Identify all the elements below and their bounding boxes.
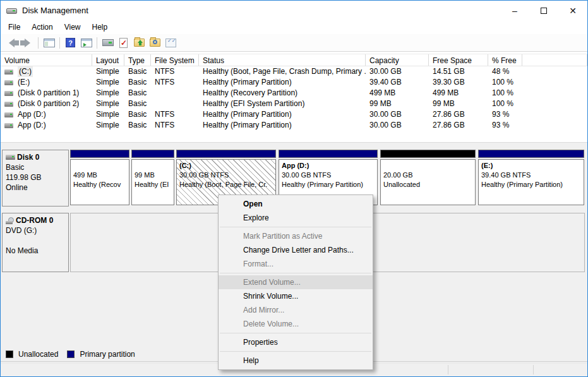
menu-item-explore[interactable]: Explore <box>219 211 373 225</box>
back-button[interactable] <box>4 35 20 50</box>
back-icon <box>9 39 15 47</box>
cell-status: Healthy (Primary Partition) <box>199 120 366 131</box>
table-row[interactable]: (C:) Simple Basic NTFS Healthy (Boot, Pa… <box>1 66 587 77</box>
column-header-volume[interactable]: Volume <box>1 54 92 66</box>
partition-title: (C:) <box>179 161 273 171</box>
cell-free-space: 39.30 GB <box>429 77 488 88</box>
column-header-free-space[interactable]: Free Space <box>429 54 488 66</box>
column-header-file-system[interactable]: File System <box>151 54 199 66</box>
partition-e[interactable]: (E:) 39.40 GB NTFS Healthy (Primary Part… <box>478 150 584 206</box>
cell-free-space: 499 MB <box>429 88 488 99</box>
minimize-button[interactable]: – <box>500 1 529 20</box>
table-row[interactable]: App (D:) Simple Basic NTFS Healthy (Prim… <box>1 120 587 131</box>
cell-layout: Simple <box>92 88 124 99</box>
checklist-icon: ✓✓ <box>165 39 176 47</box>
table-row[interactable]: (Disk 0 partition 1) Simple Basic Health… <box>1 88 587 99</box>
cell-file-system: NTFS <box>151 120 199 131</box>
console-tree-icon <box>44 39 55 47</box>
cell-status: Healthy (Boot, Page File, Crash Dump, Pr… <box>199 66 366 77</box>
menu-item-delete-volume: Delete Volume... <box>219 317 373 331</box>
device-view-button[interactable] <box>100 35 116 50</box>
partition-size: 499 MB <box>73 171 126 180</box>
statusbar-separator <box>448 365 448 374</box>
menu-help[interactable]: Help <box>87 21 114 33</box>
cdrom-icon <box>6 217 14 224</box>
disk0-size: 119.98 GB <box>6 172 65 183</box>
cell-pct-free: 100 % <box>488 77 522 88</box>
disk0-info-panel[interactable]: Disk 0 Basic 119.98 GB Online <box>2 150 69 206</box>
disk-management-window: Disk Management – ✕ File Action View Hel… <box>0 0 588 377</box>
cell-layout: Simple <box>92 77 124 88</box>
primary-partition-strip <box>478 150 584 158</box>
column-header-pct-free[interactable]: % Free <box>488 54 522 66</box>
cell-pct-free: 93 % <box>488 120 522 131</box>
partition-efi[interactable]: 99 MB Healthy (EI <box>131 150 174 206</box>
cell-capacity: 99 MB <box>366 99 429 109</box>
column-header-layout[interactable]: Layout <box>92 54 124 66</box>
volume-name: App (D:) <box>18 120 46 131</box>
cell-pct-free: 93 % <box>488 109 522 120</box>
column-header-capacity[interactable]: Capacity <box>366 54 429 66</box>
cell-capacity: 39.40 GB <box>366 77 429 88</box>
legend-primary-label: Primary partition <box>80 350 135 359</box>
close-button[interactable]: ✕ <box>558 1 587 20</box>
action-pane-button[interactable] <box>78 35 94 50</box>
table-row[interactable]: (E:) Simple Basic NTFS Healthy (Primary … <box>1 77 587 88</box>
cell-type: Basic <box>124 66 151 77</box>
volume-name: (Disk 0 partition 2) <box>18 99 79 109</box>
task-status-button[interactable] <box>116 35 131 50</box>
forward-button[interactable] <box>20 35 35 50</box>
console-tree-button[interactable] <box>41 35 57 50</box>
pane-splitter[interactable] <box>1 142 587 147</box>
action-pane-icon <box>81 39 92 47</box>
cell-capacity: 30.00 GB <box>366 66 429 77</box>
cell-file-system: NTFS <box>151 77 199 88</box>
cell-layout: Simple <box>92 120 124 131</box>
cell-layout: Simple <box>92 99 124 109</box>
caption-buttons: – ✕ <box>500 1 587 20</box>
partition-title <box>135 161 171 171</box>
menu-item-shrink-volume[interactable]: Shrink Volume... <box>219 289 373 303</box>
menu-view[interactable]: View <box>59 21 87 33</box>
help-icon: ? <box>66 38 75 47</box>
checklist-button[interactable]: ✓✓ <box>163 35 179 50</box>
column-header-status[interactable]: Status <box>199 54 366 66</box>
menu-item-open[interactable]: Open <box>219 197 373 211</box>
menu-item-change-drive-letter[interactable]: Change Drive Letter and Paths... <box>219 243 373 257</box>
partition-status: Healthy (Boot, Page File, Cr. <box>179 180 273 189</box>
primary-partition-swatch <box>67 350 75 358</box>
partition-status: Unallocated <box>383 180 472 189</box>
primary-partition-strip <box>279 150 378 158</box>
table-row[interactable]: (Disk 0 partition 2) Simple Basic Health… <box>1 99 587 109</box>
menu-item-help[interactable]: Help <box>219 354 373 368</box>
cell-free-space: 27.86 GB <box>429 120 488 131</box>
help-button[interactable]: ? <box>63 35 78 50</box>
toolbar-separator <box>97 37 97 49</box>
volume-list-header: Volume Layout Type File System Status Ca… <box>1 54 587 66</box>
partition-title <box>73 161 126 171</box>
cdrom-info-panel[interactable]: CD-ROM 0 DVD (G:) No Media <box>2 213 69 272</box>
menu-separator <box>220 351 371 352</box>
column-header-type[interactable]: Type <box>124 54 151 66</box>
partition-recovery[interactable]: 499 MB Healthy (Recov <box>70 150 129 206</box>
cell-type: Basic <box>124 109 151 120</box>
primary-partition-strip <box>176 150 276 158</box>
cell-file-system <box>151 99 199 109</box>
partition-unallocated[interactable]: 20.00 GB Unallocated <box>380 150 476 206</box>
folder-up-button[interactable] <box>131 35 147 50</box>
table-row[interactable]: App (D:) Simple Basic NTFS Healthy (Prim… <box>1 109 587 120</box>
unallocated-swatch <box>6 350 13 358</box>
legend-unallocated-label: Unallocated <box>18 350 58 359</box>
statusbar-separator <box>533 365 534 374</box>
volume-name: (Disk 0 partition 1) <box>18 88 79 99</box>
volume-name: (E:) <box>18 77 30 88</box>
cell-pct-free: 100 % <box>488 88 522 99</box>
menu-action[interactable]: Action <box>26 21 58 33</box>
menu-item-properties[interactable]: Properties <box>219 335 373 349</box>
folder-search-button[interactable] <box>147 35 163 50</box>
volume-icon <box>4 123 13 128</box>
maximize-button[interactable] <box>529 1 558 20</box>
cell-status: Healthy (Primary Partition) <box>199 109 366 120</box>
menu-file[interactable]: File <box>3 21 26 33</box>
cell-capacity: 30.00 GB <box>366 109 429 120</box>
